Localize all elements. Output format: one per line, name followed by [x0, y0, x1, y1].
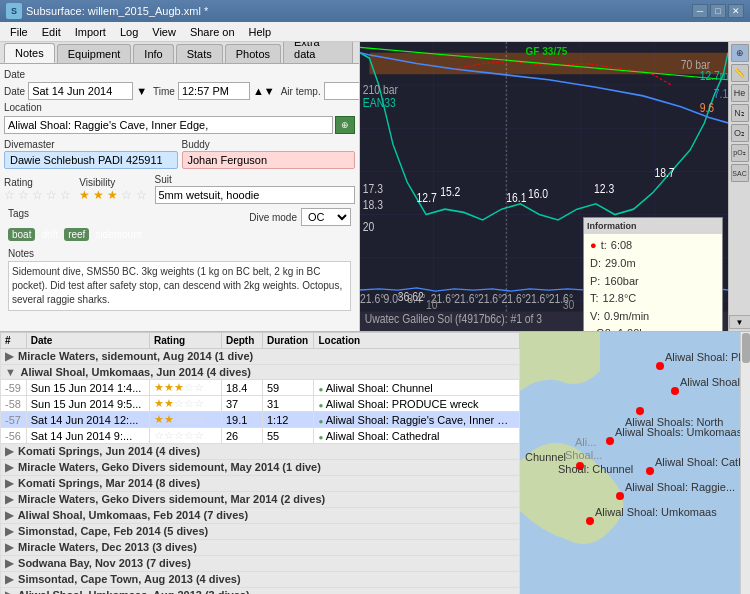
dive-date-58: Sun 15 Jun 2014 9:5...: [26, 396, 149, 412]
tool-zoom-button[interactable]: ⊕: [731, 44, 749, 62]
tool-n2-button[interactable]: N₂: [731, 104, 749, 122]
group-miracle-may2014[interactable]: ▶ Miracle Waters, Geko Divers sidemount,…: [1, 460, 520, 476]
date-field-group: Date: [4, 69, 25, 80]
col-header-rating[interactable]: Rating: [149, 333, 221, 349]
svg-text:21.6°: 21.6°: [454, 292, 478, 305]
menu-import[interactable]: Import: [69, 24, 112, 40]
group-sodwana-nov2013[interactable]: ▶ Sodwana Bay, Nov 2013 (7 dives): [1, 556, 520, 572]
tool-ruler-button[interactable]: 📏: [731, 64, 749, 82]
tab-photos[interactable]: Photos: [225, 44, 281, 63]
map-panel[interactable]: Aliwal Shoal: PRODUCE wreck Aliwal Shoal…: [520, 332, 740, 594]
table-row-57[interactable]: -57 Sat 14 Jun 2014 12:... ★★☆☆☆ 19.1 1:…: [1, 412, 520, 428]
table-scrollbar[interactable]: [740, 332, 750, 594]
col-header-location[interactable]: Location: [314, 333, 520, 349]
dive-location-58: ● Aliwal Shoal: PRODUCE wreck: [314, 396, 520, 412]
vis-star-2[interactable]: ★: [93, 188, 104, 202]
svg-text:30: 30: [563, 299, 575, 312]
table-row-56[interactable]: -56 Sat 14 Jun 2014 9:... ☆☆☆☆☆ 26 55 ● …: [1, 428, 520, 444]
group-aliwal-jun2014[interactable]: ▼ Aliwal Shoal, Umkomaas, Jun 2014 (4 di…: [1, 365, 520, 380]
table-scroll[interactable]: # Date Rating Depth Duration Location: [0, 332, 520, 594]
tool-gas-button[interactable]: He: [731, 84, 749, 102]
col-header-depth[interactable]: Depth: [221, 333, 262, 349]
menu-edit[interactable]: Edit: [36, 24, 67, 40]
minimize-button[interactable]: ─: [692, 4, 708, 18]
menu-help[interactable]: Help: [243, 24, 278, 40]
vis-star-1[interactable]: ★: [79, 188, 90, 202]
pin-inner-edge: [636, 407, 644, 415]
tool-o2-button[interactable]: O₂: [731, 124, 749, 142]
group-simsontad-aug2013[interactable]: ▶ Simsontad, Cape Town, Aug 2013 (4 dive…: [1, 572, 520, 588]
star-2[interactable]: ☆: [18, 188, 29, 202]
tab-notes[interactable]: Notes: [4, 43, 55, 63]
star-1[interactable]: ☆: [4, 188, 15, 202]
tool-sac-button[interactable]: SAC: [731, 164, 749, 182]
svg-text:Uwatec Galileo Sol (f4917b6c):: Uwatec Galileo Sol (f4917b6c): #1 of 3: [365, 313, 542, 326]
menu-shareon[interactable]: Share on: [184, 24, 241, 40]
tag-boat[interactable]: boat: [8, 228, 35, 241]
location-gps-button[interactable]: ⊕: [335, 116, 355, 134]
airtemp-label: Air temp.: [281, 86, 321, 97]
group-komati-jun2014[interactable]: ▶ Komati Springs, Jun 2014 (4 dives): [1, 444, 520, 460]
col-header-num[interactable]: #: [1, 333, 27, 349]
time-input[interactable]: [178, 82, 250, 100]
svg-text:21.6°: 21.6°: [502, 292, 526, 305]
expand-icon: ▶: [5, 350, 13, 362]
group-miracle-aug2014[interactable]: ▶ Miracle Waters, sidemount, Aug 2014 (1…: [1, 349, 520, 365]
visibility-label: Visibility: [79, 177, 115, 188]
location-input[interactable]: [4, 116, 333, 134]
menu-view[interactable]: View: [146, 24, 182, 40]
info-pressure: P: 160bar: [590, 273, 716, 291]
scrollbar-thumb[interactable]: [742, 333, 750, 363]
group-komati-mar2014[interactable]: ▶ Komati Springs, Mar 2014 (8 dives): [1, 476, 520, 492]
vis-star-3[interactable]: ★: [107, 188, 118, 202]
maximize-button[interactable]: □: [710, 4, 726, 18]
star-4[interactable]: ☆: [46, 188, 57, 202]
close-button[interactable]: ✕: [728, 4, 744, 18]
svg-text:70 bar: 70 bar: [681, 58, 711, 71]
airtemp-input[interactable]: [324, 82, 360, 100]
vis-star-5[interactable]: ☆: [136, 188, 147, 202]
date-input[interactable]: [28, 82, 133, 100]
tab-stats[interactable]: Stats: [176, 44, 223, 63]
table-row-58[interactable]: -58 Sun 15 Jun 2014 9:5... ★★☆☆☆ 37 31 ●…: [1, 396, 520, 412]
group-simonstad-feb2014[interactable]: ▶ Simonstad, Cape, Feb 2014 (5 dives): [1, 524, 520, 540]
tag-sidemount[interactable]: sidemount: [91, 228, 145, 241]
suit-input[interactable]: [155, 186, 356, 204]
dive-depth-56: 26: [221, 428, 262, 444]
group-miracle-dec2013[interactable]: ▶ Miracle Waters, Dec 2013 (3 dives): [1, 540, 520, 556]
svg-text:7.1: 7.1: [714, 87, 728, 100]
tool-ppo2-button[interactable]: pO₂: [731, 144, 749, 162]
notes-text[interactable]: Sidemount dive, SMS50 BC. 3kg weights (1…: [8, 261, 351, 311]
tab-info[interactable]: Info: [133, 44, 173, 63]
tag-reef[interactable]: reef: [64, 228, 89, 241]
svg-text:21.6°: 21.6°: [525, 292, 549, 305]
vis-star-4[interactable]: ☆: [121, 188, 132, 202]
dive-rating-59: ★★★☆☆: [149, 380, 221, 396]
dive-num-58: -58: [5, 398, 21, 410]
col-header-duration[interactable]: Duration: [263, 333, 314, 349]
dive-rating-56: ☆☆☆☆☆: [149, 428, 221, 444]
scroll-down-btn[interactable]: ▼: [729, 315, 751, 329]
star-5[interactable]: ☆: [60, 188, 71, 202]
star-3[interactable]: ☆: [32, 188, 43, 202]
rating-stars[interactable]: ☆ ☆ ☆ ☆ ☆: [4, 188, 71, 202]
label-chunnel: Chunnel: [525, 451, 566, 463]
group-aliwal-aug2013[interactable]: ▶ Aliwal Shoal, Umkomaas, Aug 2013 (3 di…: [1, 588, 520, 595]
window-title: Subsurface: willem_2015_Augb.xml *: [26, 5, 208, 17]
tab-equipment[interactable]: Equipment: [57, 44, 132, 63]
info-temp: T: 12.8°C: [590, 290, 716, 308]
tag-drift[interactable]: drift: [37, 228, 62, 241]
info-po2-value: 1.20bar: [618, 325, 655, 331]
dive-date-56: Sat 14 Jun 2014 9:...: [26, 428, 149, 444]
table-row-59[interactable]: -59 Sun 15 Jun 2014 1:4... ★★★☆☆ 18.4 59…: [1, 380, 520, 396]
date-field: Date ▼: [4, 82, 147, 100]
group-miracle-mar2014[interactable]: ▶ Miracle Waters, Geko Divers sidemount,…: [1, 492, 520, 508]
visibility-stars[interactable]: ★ ★ ★ ☆ ☆: [79, 188, 146, 202]
col-header-date[interactable]: Date: [26, 333, 149, 349]
menu-log[interactable]: Log: [114, 24, 144, 40]
menu-file[interactable]: File: [4, 24, 34, 40]
tab-extradata[interactable]: Extra data: [283, 42, 353, 63]
divemode-select[interactable]: OC CCR SCR: [301, 208, 351, 226]
group-label-2: Aliwal Shoal, Umkomaas, Jun 2014 (4 dive…: [21, 366, 251, 378]
group-aliwal-feb2014[interactable]: ▶ Aliwal Shoal, Umkomaas, Feb 2014 (7 di…: [1, 508, 520, 524]
